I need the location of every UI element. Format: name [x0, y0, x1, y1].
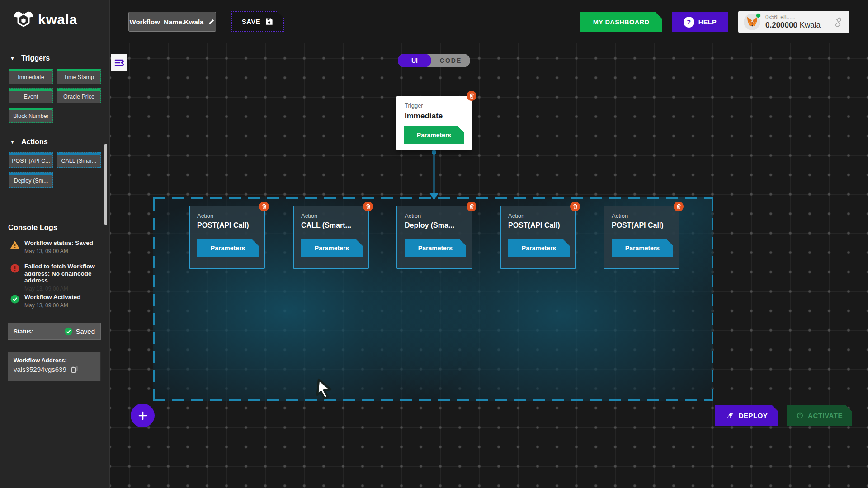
plus-icon [137, 410, 148, 421]
node-title: POST(API Call) [508, 221, 560, 230]
parameters-button[interactable]: Parameters [508, 239, 570, 257]
log-title: Failed to fetch Workflow address: No cha… [24, 263, 100, 284]
wallet-balance: 0.200000 Kwala [765, 21, 833, 30]
action-node-deploy-smart[interactable]: Action Deploy (Sma... Parameters [396, 206, 472, 269]
action-node-post-api-1[interactable]: Action POST(API Call) Parameters [189, 206, 265, 269]
save-label: SAVE [242, 18, 261, 25]
workflow-address-panel: Workflow Address: vals35294vgs639 [8, 352, 101, 381]
workflow-address-value: vals35294vgs639 [14, 366, 66, 373]
action-chip-post-api[interactable]: POST (API C... [9, 152, 53, 168]
question-mark-icon: ? [684, 17, 694, 28]
trigger-chip-event[interactable]: Event [9, 88, 53, 103]
triggers-header-label: Triggers [21, 54, 50, 62]
node-type-label: Action [612, 212, 628, 219]
log-time: May 13, 09:00 AM [24, 248, 100, 254]
wallet-currency: Kwala [800, 21, 821, 29]
workflow-name-value: Workflow_Name.Kwala [130, 18, 204, 26]
trigger-chip-immediate[interactable]: Immediate [9, 69, 53, 84]
action-chip-call-smart[interactable]: CALL (Smar... [57, 152, 101, 168]
brand-logo: kwala [14, 10, 77, 30]
delete-action-icon[interactable] [259, 202, 269, 211]
metamask-fox-icon [744, 14, 760, 30]
chevron-down-icon: ▼ [10, 139, 15, 145]
help-button[interactable]: ? HELP [672, 12, 728, 32]
status-badge: Saved [75, 328, 95, 335]
ui-code-toggle[interactable]: UI CODE [398, 54, 470, 67]
node-title: Immediate [405, 112, 443, 121]
node-title: POST(API Call) [197, 221, 249, 230]
delete-action-icon[interactable] [570, 202, 580, 211]
brand-name: kwala [38, 12, 77, 28]
save-button[interactable]: SAVE [231, 11, 284, 32]
parameters-button[interactable]: Parameters [405, 239, 466, 257]
copy-icon[interactable] [71, 366, 78, 373]
status-check-icon [64, 327, 73, 336]
node-type-label: Action [405, 212, 421, 219]
delete-action-icon[interactable] [363, 202, 373, 211]
action-chip-deploy-smart[interactable]: Deploy (Sm... [9, 172, 53, 188]
my-dashboard-button[interactable]: MY DASHBOARD [580, 12, 662, 32]
trigger-node[interactable]: Trigger Immediate Parameters [396, 96, 472, 150]
status-panel: Status: Saved [8, 323, 101, 340]
error-icon [10, 263, 20, 273]
kwala-logo-icon [14, 10, 33, 30]
connection-status-dot [756, 13, 761, 18]
parameters-button[interactable]: Parameters [404, 126, 464, 144]
node-type-label: Action [508, 212, 524, 219]
trigger-chip-time-stamp[interactable]: Time Stamp [57, 69, 101, 84]
power-icon [796, 412, 804, 419]
wallet-chip[interactable]: 0x56Fe8...... 0.200000 Kwala [738, 11, 849, 33]
wallet-balance-amount: 0.200000 [765, 21, 797, 29]
save-disk-icon [265, 17, 274, 26]
add-node-button[interactable] [131, 404, 155, 427]
triggers-section-header[interactable]: ▼ Triggers [10, 54, 50, 62]
collapse-sidebar-button[interactable] [111, 54, 127, 71]
parameters-button[interactable]: Parameters [612, 239, 673, 257]
node-title: CALL (Smart... [301, 221, 351, 230]
trigger-chip-oracle-price[interactable]: Oracle Price [57, 88, 101, 103]
toggle-ui-option[interactable]: UI [398, 54, 431, 67]
log-title: Workflow status: Saved [24, 239, 100, 247]
chevron-down-icon: ▼ [10, 56, 15, 61]
activate-label: ACTIVATE [808, 412, 843, 419]
warning-icon [10, 240, 20, 250]
success-icon [10, 294, 20, 304]
workflow-name-input[interactable]: Workflow_Name.Kwala [128, 12, 216, 32]
parameters-button[interactable]: Parameters [197, 239, 259, 257]
pencil-icon[interactable] [208, 19, 215, 25]
action-node-post-api-3[interactable]: Action POST(API Call) Parameters [604, 206, 679, 269]
rocket-icon [726, 411, 734, 419]
log-entry-success: Workflow Activated May 13, 09:00 AM [10, 294, 100, 309]
deploy-button[interactable]: DEPLOY [715, 405, 778, 426]
actions-section-header[interactable]: ▼ Actions [10, 138, 48, 146]
action-node-call-smart[interactable]: Action CALL (Smart... Parameters [293, 206, 369, 269]
node-title: Deploy (Sma... [405, 221, 454, 230]
delete-trigger-icon[interactable] [467, 91, 476, 101]
deploy-label: DEPLOY [739, 412, 768, 419]
node-title: POST(API Call) [612, 221, 664, 230]
sidebar: kwala ▼ Triggers Immediate Time Stamp Ev… [0, 0, 110, 488]
wallet-address: 0x56Fe8...... [765, 14, 833, 20]
delete-action-icon[interactable] [674, 202, 684, 211]
trigger-to-actions-connector [427, 150, 441, 201]
node-type-label: Trigger [405, 102, 423, 109]
log-entry-error: Failed to fetch Workflow address: No cha… [10, 263, 100, 292]
console-logs-header: Console Logs [8, 223, 57, 232]
action-node-post-api-2[interactable]: Action POST(API Call) Parameters [500, 206, 576, 269]
disconnect-wallet-icon[interactable] [833, 17, 844, 28]
status-label: Status: [14, 328, 64, 335]
delete-action-icon[interactable] [467, 202, 476, 211]
help-label: HELP [698, 19, 717, 26]
log-title: Workflow Activated [24, 294, 100, 301]
activate-button[interactable]: ACTIVATE [787, 405, 852, 426]
node-type-label: Action [301, 212, 317, 219]
app-window: kwala ▼ Triggers Immediate Time Stamp Ev… [0, 0, 868, 488]
workflow-address-label: Workflow Address: [14, 357, 95, 364]
node-type-label: Action [197, 212, 213, 219]
parameters-button[interactable]: Parameters [301, 239, 363, 257]
log-entry-warning: Workflow status: Saved May 13, 09:00 AM [10, 239, 100, 254]
sidebar-scrollbar[interactable] [104, 144, 107, 225]
trigger-chip-block-number[interactable]: Block Number [9, 108, 53, 123]
toggle-code-option[interactable]: CODE [431, 57, 470, 64]
log-time: May 13, 09:00 AM [24, 286, 100, 292]
